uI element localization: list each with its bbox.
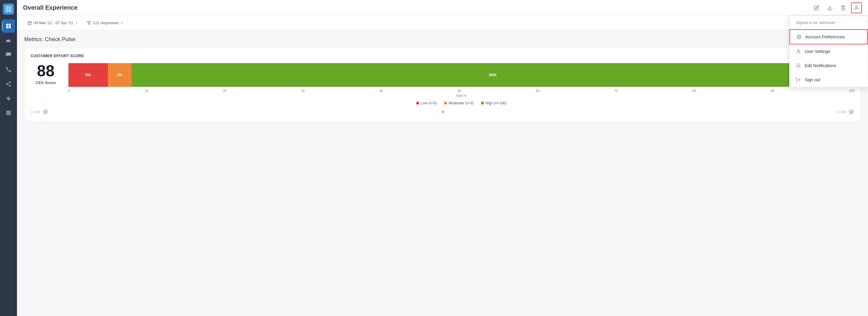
dropdown-edit-notifications[interactable]: Edit Notifications: [789, 59, 868, 73]
download-button[interactable]: [825, 2, 835, 13]
sidebar-item-chart[interactable]: [2, 34, 15, 47]
bar-track: 5% 3% 93%: [68, 63, 855, 87]
svg-line-7: [7, 84, 9, 85]
legend-item-high: High (n=100): [481, 101, 507, 105]
svg-rect-0: [6, 7, 8, 8]
chart-title: CUSTOMER EFFORT SCORE: [31, 54, 855, 58]
x-label-0: 0: [68, 89, 70, 93]
bell-icon: [796, 63, 801, 68]
app-logo[interactable]: [3, 4, 14, 14]
footer-n-left: n=108: [31, 110, 40, 114]
legend-dot-moderate: [444, 102, 447, 105]
svg-point-5: [6, 83, 8, 85]
gear-icon: [796, 34, 802, 40]
sign-out-icon: [796, 77, 801, 82]
bank-button[interactable]: [838, 2, 848, 13]
sidebar-item-table[interactable]: [2, 106, 15, 120]
dropdown-edit-notifications-label: Edit Notifications: [805, 63, 836, 68]
footer-n-right: n=108: [837, 110, 846, 114]
footer-left: n=108: [31, 109, 49, 115]
score-box: 88 CES Score: [31, 63, 61, 85]
date-filter[interactable]: 09 Mar '21 - 07 Apr '21 ▼: [23, 16, 83, 30]
bar-low: 5%: [68, 63, 108, 87]
edit-button[interactable]: [811, 2, 822, 13]
user-profile-button[interactable]: [851, 2, 862, 13]
x-label-10: 10: [145, 89, 148, 93]
dropdown-account-preferences-label: Account Preferences: [805, 34, 845, 39]
user-dropdown: Signed in as: wxmuser Account Preference…: [789, 16, 868, 87]
section-title: Metrics: Check Pulse: [24, 36, 861, 43]
ces-score-label: CES Score: [36, 80, 56, 85]
bar-chart-area: 5% 3% 93% 0 10 20 30 40 50 60 70 8: [68, 63, 855, 105]
legend-dot-low: [416, 102, 419, 105]
filterbar: 09 Mar '21 - 07 Apr '21 ▼ 111 responses …: [17, 16, 868, 30]
legend-label-low: Low (n=5): [421, 101, 437, 105]
bar-moderate: 3%: [108, 63, 131, 87]
sidebar: [0, 0, 17, 316]
content-area: Metrics: Check Pulse CUSTOMER EFFORT SCO…: [17, 30, 868, 316]
svg-rect-17: [28, 22, 31, 25]
wand-icon[interactable]: [439, 109, 445, 115]
dropdown-user-settings[interactable]: User Settings: [789, 44, 868, 59]
main-content: Overall Experience 09 Mar '21 - 07 Apr '…: [17, 0, 868, 316]
chart-legend: Low (n=5) Moderate (n=3) High (n=100): [68, 101, 855, 105]
x-label-50: 50: [458, 89, 461, 93]
x-label-20: 20: [223, 89, 226, 93]
svg-point-23: [798, 36, 800, 37]
date-range-text: 09 Mar '21 - 07 Apr '21: [34, 21, 73, 25]
legend-item-low: Low (n=5): [416, 101, 437, 105]
sidebar-item-share[interactable]: [2, 77, 15, 91]
legend-label-high: High (n=100): [486, 101, 507, 105]
chart-footer: n=108 n=108: [31, 109, 855, 115]
svg-rect-2: [6, 10, 8, 11]
date-caret: ▼: [75, 21, 78, 25]
svg-rect-3: [9, 10, 11, 11]
svg-marker-21: [87, 21, 91, 25]
svg-marker-15: [841, 5, 845, 7]
dropdown-sign-out[interactable]: Sign out: [789, 73, 868, 87]
dropdown-sign-out-label: Sign out: [805, 77, 820, 82]
topbar-actions: [811, 2, 862, 13]
dropdown-user-settings-label: User Settings: [805, 49, 830, 54]
response-filter[interactable]: 111 responses ▼: [83, 16, 128, 30]
sidebar-item-dashboard[interactable]: [2, 20, 15, 33]
responses-caret: ▼: [121, 21, 124, 25]
filter-icon: [87, 21, 91, 25]
svg-point-16: [856, 6, 858, 7]
footer-right: n=108: [837, 109, 855, 115]
svg-point-6: [9, 85, 11, 86]
customer-effort-score-card: CUSTOMER EFFORT SCORE 88 CES Score 5% 3%…: [24, 47, 861, 121]
responses-text: 111 responses: [93, 21, 119, 25]
x-label-90: 90: [771, 89, 774, 93]
x-label-100: 100: [849, 89, 855, 93]
sidebar-item-chat[interactable]: [2, 48, 15, 62]
x-label-30: 30: [301, 89, 305, 93]
x-label-80: 80: [692, 89, 696, 93]
x-label-70: 70: [614, 89, 618, 93]
legend-label-moderate: Moderate (n=3): [448, 101, 473, 105]
legend-item-moderate: Moderate (n=3): [444, 101, 473, 105]
svg-point-24: [798, 49, 799, 51]
dropdown-header: Signed in as: wxmuser: [789, 16, 868, 29]
stack-icon-left[interactable]: [42, 109, 49, 115]
sidebar-item-phone[interactable]: [2, 63, 15, 76]
topbar: Overall Experience: [17, 0, 868, 16]
calendar-icon: [28, 21, 32, 25]
x-axis: 0 10 20 30 40 50 60 70 80 90 100: [68, 89, 855, 93]
svg-line-8: [7, 82, 9, 83]
x-label-60: 60: [536, 89, 539, 93]
sidebar-item-bolt[interactable]: [2, 92, 15, 105]
bar-high: 93%: [131, 63, 854, 87]
dropdown-account-preferences[interactable]: Account Preferences: [789, 29, 868, 44]
ces-score: 88: [37, 63, 55, 79]
x-label-40: 40: [379, 89, 383, 93]
chart-body: 88 CES Score 5% 3% 93% 0 10 20: [31, 63, 855, 105]
svg-rect-1: [9, 7, 11, 8]
footer-center: [439, 109, 445, 115]
x-axis-label: Split %: [68, 94, 855, 97]
legend-dot-high: [481, 102, 484, 105]
stack-icon-right[interactable]: [848, 109, 855, 115]
svg-point-4: [9, 82, 11, 83]
page-title: Overall Experience: [23, 4, 78, 11]
user-icon: [796, 49, 801, 54]
